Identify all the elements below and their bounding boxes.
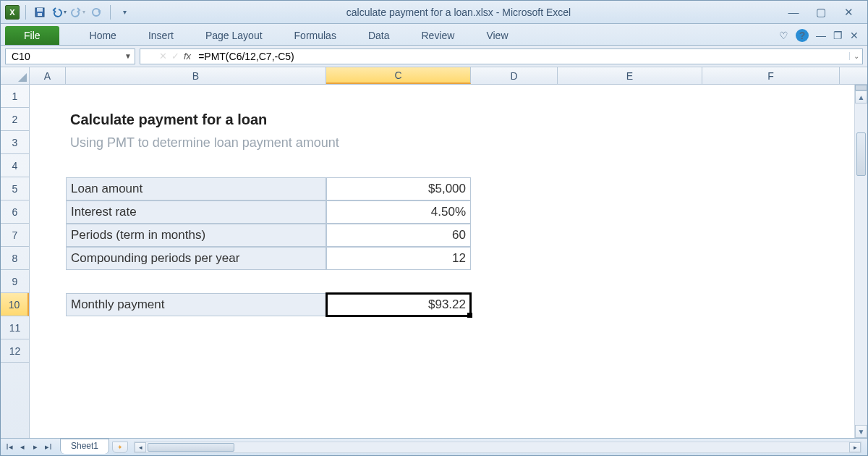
- row-header-1[interactable]: 1: [1, 85, 29, 108]
- row-header-4[interactable]: 4: [1, 154, 29, 177]
- row-header-8[interactable]: 8: [1, 247, 29, 270]
- formula-bar: C10 ▼ ✕ ✓ fx ⌄: [1, 46, 867, 67]
- sheet-nav: I◂ ◂ ▸ ▸I: [1, 442, 57, 452]
- worksheet-grid: ABCDEF 123456789101112 Calculate payment…: [1, 67, 867, 438]
- cell-value-5[interactable]: $5,000: [326, 177, 471, 200]
- formula-expand-button[interactable]: ⌄: [849, 52, 862, 60]
- workbook-restore-button[interactable]: ❐: [833, 30, 843, 41]
- undo-icon: [51, 7, 63, 18]
- formula-input[interactable]: [194, 51, 849, 62]
- chevron-down-icon: ▾: [82, 9, 85, 15]
- redo-icon: [70, 7, 82, 18]
- tab-data[interactable]: Data: [352, 26, 406, 45]
- row-header-10[interactable]: 10: [1, 293, 29, 316]
- repeat-button[interactable]: [88, 4, 104, 20]
- tab-page-layout[interactable]: Page Layout: [190, 26, 278, 45]
- column-header-B[interactable]: B: [66, 67, 326, 84]
- tab-view[interactable]: View: [470, 26, 524, 45]
- row-header-9[interactable]: 9: [1, 270, 29, 293]
- sheet-tab-active[interactable]: Sheet1: [60, 439, 109, 454]
- hscroll-thumb[interactable]: [148, 443, 234, 452]
- cell-selected[interactable]: $93.22: [326, 293, 471, 316]
- cell-label-5[interactable]: Loan amount: [66, 177, 326, 200]
- chevron-down-icon: ▾: [123, 8, 127, 16]
- row-headers: 123456789101112: [1, 85, 30, 438]
- column-header-A[interactable]: A: [30, 67, 66, 84]
- cell-label-7[interactable]: Periods (term in months): [66, 224, 326, 247]
- horizontal-scrollbar[interactable]: ◂ ▸: [134, 442, 861, 453]
- split-handle[interactable]: [855, 85, 867, 90]
- column-headers: ABCDEF: [1, 67, 867, 85]
- save-button[interactable]: [32, 4, 48, 20]
- row-header-5[interactable]: 5: [1, 177, 29, 200]
- close-button[interactable]: ✕: [840, 6, 857, 19]
- scroll-thumb[interactable]: [856, 132, 866, 176]
- column-header-F[interactable]: F: [702, 67, 840, 84]
- tab-formulas[interactable]: Formulas: [278, 26, 352, 45]
- scroll-down-button[interactable]: ▼: [855, 425, 867, 438]
- name-box[interactable]: C10 ▼: [5, 48, 135, 64]
- cells-area[interactable]: Calculate payment for a loanUsing PMT to…: [30, 85, 854, 438]
- qat-customize-button[interactable]: ▾: [116, 4, 132, 20]
- cancel-formula-icon[interactable]: ✕: [159, 51, 167, 62]
- svg-rect-2: [38, 13, 42, 16]
- sheet-prev-button[interactable]: ◂: [17, 442, 28, 452]
- column-header-C[interactable]: C: [326, 67, 471, 84]
- cell-title[interactable]: Calculate payment for a loan: [66, 108, 702, 131]
- cell-result-label[interactable]: Monthly payment: [66, 293, 326, 316]
- column-header-E[interactable]: E: [558, 67, 702, 84]
- help-button[interactable]: ?: [796, 29, 809, 42]
- minimize-button[interactable]: ―: [785, 6, 802, 19]
- sheet-last-button[interactable]: ▸I: [43, 442, 54, 452]
- chevron-down-icon: ▾: [64, 9, 67, 15]
- tab-review[interactable]: Review: [406, 26, 471, 45]
- workbook-minimize-button[interactable]: ―: [816, 30, 826, 41]
- cell-label-6[interactable]: Interest rate: [66, 200, 326, 224]
- cell-value-8[interactable]: 12: [326, 247, 471, 270]
- new-sheet-button[interactable]: [112, 442, 128, 453]
- column-header-D[interactable]: D: [471, 67, 558, 84]
- cell-subtitle[interactable]: Using PMT to determine loan payment amou…: [66, 131, 702, 154]
- title-bar: X ▾ ▾ ▾ calculate payment for a loan.xls…: [1, 1, 867, 24]
- window-title: calculate payment for a loan.xlsx - Micr…: [132, 7, 785, 18]
- chevron-down-icon[interactable]: ▼: [124, 52, 132, 60]
- ribbon-collapse-button[interactable]: ♡: [779, 30, 788, 41]
- scroll-up-button[interactable]: ▲: [855, 90, 867, 104]
- sheet-next-button[interactable]: ▸: [30, 442, 41, 452]
- fill-handle[interactable]: [467, 313, 472, 318]
- row-header-2[interactable]: 2: [1, 108, 29, 131]
- sheet-first-button[interactable]: I◂: [4, 442, 15, 452]
- tab-home[interactable]: Home: [74, 26, 132, 45]
- row-header-7[interactable]: 7: [1, 224, 29, 247]
- scroll-left-button[interactable]: ◂: [135, 442, 146, 452]
- workbook-close-button[interactable]: ✕: [850, 30, 859, 41]
- enter-formula-icon[interactable]: ✓: [171, 51, 179, 62]
- name-box-value: C10: [12, 51, 30, 62]
- ribbon-tabs: File Home Insert Page Layout Formulas Da…: [1, 24, 867, 46]
- fx-icon[interactable]: fx: [184, 51, 194, 62]
- excel-icon[interactable]: X: [5, 5, 20, 20]
- row-header-12[interactable]: 12: [1, 339, 29, 363]
- cell-label-8[interactable]: Compounding periods per year: [66, 247, 326, 270]
- cell-value-6[interactable]: 4.50%: [326, 200, 471, 224]
- row-header-6[interactable]: 6: [1, 200, 29, 224]
- repeat-icon: [90, 7, 102, 18]
- maximize-button[interactable]: ▢: [812, 6, 830, 19]
- cell-value-7[interactable]: 60: [326, 224, 471, 247]
- select-all-corner[interactable]: [1, 67, 30, 84]
- save-icon: [34, 7, 46, 18]
- tab-insert[interactable]: Insert: [132, 26, 190, 45]
- row-header-3[interactable]: 3: [1, 131, 29, 154]
- status-bar: I◂ ◂ ▸ ▸I Sheet1 ◂ ▸: [1, 438, 867, 455]
- svg-rect-1: [37, 8, 43, 12]
- undo-button[interactable]: ▾: [51, 4, 67, 20]
- vertical-scrollbar[interactable]: ▲ ▼: [854, 85, 867, 438]
- row-header-11[interactable]: 11: [1, 316, 29, 339]
- file-tab[interactable]: File: [5, 26, 59, 45]
- redo-button[interactable]: ▾: [69, 4, 85, 20]
- scroll-right-button[interactable]: ▸: [849, 442, 861, 452]
